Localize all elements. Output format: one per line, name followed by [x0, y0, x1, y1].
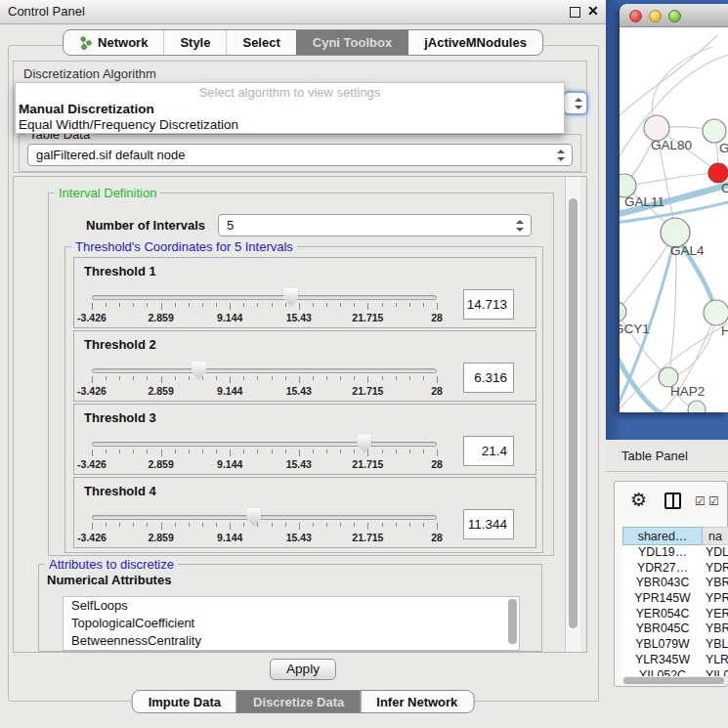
cell-name[interactable]: YDL1: [703, 545, 728, 561]
slider-track[interactable]: [92, 295, 437, 300]
dropdown-item-equal-width-frequency[interactable]: Equal Width/Frequency Discretization: [19, 117, 238, 132]
network-node[interactable]: [703, 119, 726, 143]
slider-track[interactable]: [92, 368, 437, 373]
threshold-slider[interactable]: -3.4262.8599.14415.4321.71528: [92, 359, 437, 400]
tab-style[interactable]: Style: [163, 30, 226, 55]
tick-mark: [409, 450, 410, 453]
number-of-intervals-combobox[interactable]: 5: [218, 214, 532, 236]
column-header-name[interactable]: na: [703, 527, 728, 545]
cell-shared-name[interactable]: YBR043C: [622, 576, 703, 591]
list-scrollbar[interactable]: [508, 599, 517, 644]
tab-cyni-toolbox[interactable]: Cyni Toolbox: [296, 30, 407, 55]
table-data-group: Table Data galFiltered.sif default node: [19, 134, 581, 172]
threshold-value-field[interactable]: 6.316: [463, 363, 514, 393]
table-row[interactable]: YPR145WYPR1: [622, 591, 728, 607]
tab-jactivemnodules[interactable]: jActiveMNodules: [407, 30, 542, 55]
table-row[interactable]: YLR345WYLR3: [622, 653, 728, 668]
dropdown-item-manual-discretization[interactable]: Manual Discretization: [19, 102, 154, 116]
table-panel-title: Table Panel: [621, 449, 688, 463]
table-data-combobox[interactable]: galFiltered.sif default node: [27, 144, 573, 166]
cell-shared-name[interactable]: YBR045C: [622, 621, 703, 637]
tick-mark: [382, 303, 383, 307]
cell-shared-name[interactable]: YBL079W: [622, 637, 703, 653]
table-row[interactable]: YDR27…YDR2: [622, 561, 728, 577]
apply-button[interactable]: Apply: [270, 659, 336, 680]
tick-label: 21.715: [352, 312, 383, 323]
minimize-traffic-light[interactable]: [649, 10, 662, 22]
table-row[interactable]: YBL079WYBL0: [622, 637, 728, 653]
gear-icon[interactable]: ⚙: [630, 489, 647, 511]
attribute-list-item[interactable]: SelfLoops: [64, 597, 519, 615]
cell-shared-name[interactable]: YER054C: [622, 607, 703, 622]
tick-mark: [119, 303, 120, 307]
tab-discretize-data[interactable]: Discretize Data: [236, 691, 360, 712]
tick-mark: [272, 303, 273, 307]
table-panel-inner: ⚙ ☑ ☑ shared… na YDL19…YDL1YDR27…YDR2YBR…: [614, 481, 728, 687]
tick-mark: [147, 376, 148, 380]
slider-track[interactable]: [92, 442, 437, 447]
tab-impute-data[interactable]: Impute Data: [133, 691, 236, 712]
threshold-slider[interactable]: -3.4262.8599.14415.4321.71528: [92, 285, 437, 326]
cell-shared-name[interactable]: YDL19…: [622, 545, 703, 561]
cell-name[interactable]: YBR0: [703, 621, 728, 637]
tick-label: 15.43: [286, 532, 312, 543]
algorithm-combo-focus-fragment[interactable]: [563, 91, 588, 115]
tab-select[interactable]: Select: [226, 30, 295, 55]
checkbox-icon[interactable]: ☑: [708, 494, 719, 508]
zoom-traffic-light[interactable]: [668, 10, 681, 22]
network-node-label: GCY1: [620, 321, 650, 336]
cell-shared-name[interactable]: YIL052C: [622, 668, 703, 677]
checkbox-icon[interactable]: ☑: [695, 494, 706, 508]
panel-scrollbar-track[interactable]: [565, 177, 580, 652]
cell-shared-name[interactable]: YLR345W: [622, 653, 703, 668]
table-hscrollbar-thumb[interactable]: [623, 677, 724, 684]
tick-mark: [423, 303, 424, 307]
panel-scrollbar-thumb[interactable]: [569, 198, 578, 628]
tick-mark: [202, 450, 203, 453]
tick-mark: [147, 523, 148, 527]
table-row[interactable]: YBR043CYBR0: [622, 576, 728, 591]
network-canvas[interactable]: GAL80GACGAL11GAL4GCY1HHAP2: [620, 27, 728, 412]
network-node[interactable]: [620, 302, 626, 321]
threshold-value-field[interactable]: 21.4: [463, 436, 514, 466]
network-node[interactable]: [688, 401, 706, 412]
cell-name[interactable]: YIL0: [703, 668, 728, 677]
network-node[interactable]: [708, 163, 728, 183]
tick-label: 28: [431, 458, 443, 470]
table-row[interactable]: YER054CYER0: [622, 607, 728, 622]
threshold-value-field[interactable]: 11.344: [463, 509, 514, 539]
threshold-value-field[interactable]: 14.713: [463, 289, 514, 320]
tick-mark: [313, 376, 314, 380]
attribute-list-item[interactable]: BetweennessCentrality: [64, 632, 519, 650]
tick-mark: [230, 523, 231, 530]
cell-name[interactable]: YER0: [703, 607, 728, 622]
columns-icon[interactable]: [664, 492, 681, 509]
numerical-attributes-list[interactable]: SelfLoopsTopologicalCoefficientBetweenne…: [63, 596, 520, 651]
cell-name[interactable]: YBR0: [703, 576, 728, 591]
cell-name[interactable]: YPR1: [703, 591, 728, 607]
tab-network[interactable]: Network: [64, 30, 163, 55]
table-row[interactable]: YIL052CYIL0: [622, 668, 728, 677]
slider-track[interactable]: [92, 515, 437, 520]
tab-label: Discretize Data: [253, 695, 344, 709]
table-hscrollbar-track[interactable]: [622, 676, 728, 685]
table-row[interactable]: YDL19…YDL1: [622, 545, 728, 561]
float-window-icon[interactable]: [570, 7, 580, 18]
threshold-slider[interactable]: -3.4262.8599.14415.4321.71528: [92, 505, 437, 546]
table-row[interactable]: YBR045CYBR0: [622, 621, 728, 637]
slider-tick-labels: -3.4262.8599.14415.4321.71528: [92, 312, 437, 323]
close-icon[interactable]: ✕: [587, 3, 599, 19]
tick-mark: [423, 450, 424, 453]
close-traffic-light[interactable]: [629, 10, 642, 22]
cell-name[interactable]: YBL0: [703, 637, 728, 653]
column-header-shared-name[interactable]: shared…: [622, 527, 703, 545]
cell-name[interactable]: YLR3: [703, 653, 728, 668]
cell-name[interactable]: YDR2: [703, 561, 728, 577]
attribute-list-item[interactable]: TopologicalCoefficient: [64, 615, 519, 632]
threshold-slider[interactable]: -3.4262.8599.14415.4321.71528: [92, 432, 437, 473]
network-node[interactable]: [704, 300, 728, 325]
cell-shared-name[interactable]: YDR27…: [622, 561, 703, 577]
interval-definition-title: Interval Definition: [55, 186, 160, 200]
tab-infer-network[interactable]: Infer Network: [360, 691, 473, 712]
cell-shared-name[interactable]: YPR145W: [622, 591, 703, 607]
